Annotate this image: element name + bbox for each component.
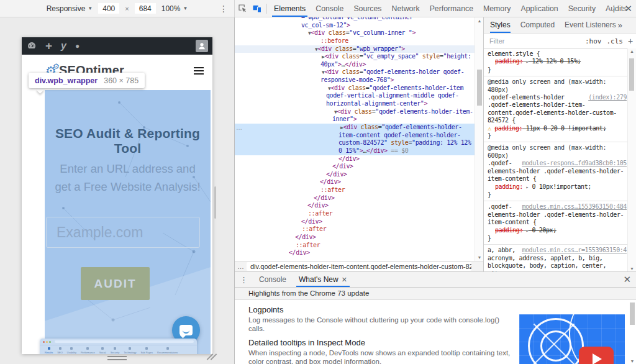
- styles-tab-styles[interactable]: Styles: [490, 17, 511, 33]
- scrollbar-thumb[interactable]: [630, 303, 635, 325]
- css-line[interactable]: }: [488, 191, 627, 199]
- device-toolbar-more-icon[interactable]: ⋮: [219, 4, 228, 14]
- css-line[interactable]: modules-respons…fd9ad38cb0:105.qodef-: [488, 160, 627, 167]
- dom-tree-line[interactable]: </div>: [235, 194, 475, 202]
- dom-tree-line[interactable]: ▼<div class="vc_column-inner ">: [235, 29, 475, 37]
- css-line[interactable]: (index):279.qodef-elements-holder: [488, 94, 627, 101]
- dom-tree-line[interactable]: ::before: [235, 37, 475, 45]
- tab-application[interactable]: Application: [516, 1, 563, 17]
- dom-tree-line[interactable]: </div>: [235, 171, 475, 179]
- dom-tree-line[interactable]: ▼<div class="qodef-elements-holder-item: [235, 84, 475, 93]
- devtools-close-icon[interactable]: ✕: [624, 3, 632, 14]
- dom-tree-line[interactable]: </div>: [235, 202, 475, 210]
- css-line[interactable]: content.qodef-elements-holder-custom-: [488, 109, 627, 117]
- dom-tree-line[interactable]: </div>: [235, 218, 475, 226]
- viewport-resize-handle[interactable]: [107, 356, 127, 362]
- tab-performance[interactable]: Performance: [425, 1, 478, 17]
- drawer-tab-what-s-new[interactable]: What's New✕: [293, 272, 353, 287]
- css-line[interactable]: modules.min.css…1553963150:484.qodef-: [488, 203, 627, 211]
- selected-node-gutter[interactable]: …: [236, 124, 242, 131]
- css-line[interactable]: 824572 {: [488, 117, 627, 124]
- dashboard-gauge-icon[interactable]: [27, 41, 37, 51]
- dom-tree-line[interactable]: </div>: [235, 249, 475, 257]
- dom-tree-line[interactable]: qodef-vertical-alignment-middle qodef-: [235, 92, 475, 100]
- viewport-height-input[interactable]: [135, 3, 156, 14]
- tab-close-icon[interactable]: ✕: [342, 272, 347, 287]
- css-line[interactable]: elements-holder .qodef-elements-holder-: [488, 211, 627, 219]
- dom-tree-line[interactable]: ::after: [235, 242, 475, 250]
- breadcrumb-current-node[interactable]: div.qodef-elements-holder-item-content.q…: [247, 262, 471, 271]
- styles-scrollbar[interactable]: ▲ ▼: [627, 48, 636, 271]
- css-line[interactable]: padding: ▸ 0 20px;: [488, 227, 627, 235]
- toggle-class-button[interactable]: .cls: [607, 37, 624, 45]
- hamburger-menu-icon[interactable]: [194, 67, 204, 76]
- stylesheet-link[interactable]: modules-respons…fd9ad38cb0:105: [522, 160, 627, 167]
- dom-tree-line[interactable]: ▼<div class="qodef-elements-holder-item-: [235, 108, 475, 116]
- dom-tree-line[interactable]: ▶<div class="qodef-elements-holder-: [235, 124, 475, 132]
- dom-tree-line[interactable]: inner">: [235, 116, 475, 124]
- tab-console[interactable]: Console: [311, 1, 348, 17]
- scroll-down-icon[interactable]: ▼: [475, 255, 484, 260]
- css-line[interactable]: blockquote, body, caption, center, cite,: [488, 262, 627, 271]
- dom-tree-line[interactable]: ▶<div class="vc_empty_space" style="heig…: [235, 53, 475, 61]
- drawer-close-icon[interactable]: ✕: [623, 274, 631, 285]
- css-line[interactable]: elements-holder .qodef-elements-holder-: [488, 168, 627, 175]
- dom-tree-line[interactable]: ::after: [235, 225, 475, 234]
- scroll-up-icon[interactable]: ▲: [628, 49, 636, 53]
- dom-tree-line[interactable]: ▼<div class="qodef-elements-holder qodef…: [235, 68, 475, 76]
- more-tabs-icon[interactable]: »: [618, 20, 622, 30]
- yoast-seo-icon[interactable]: y: [61, 41, 66, 51]
- dom-tree-line[interactable]: item-content qodef-elements-holder-: [235, 132, 475, 140]
- styles-filter-input[interactable]: [487, 36, 580, 46]
- dom-tree-line[interactable]: vc_col-sm-12">: [235, 22, 475, 30]
- tab-sources[interactable]: Sources: [348, 1, 386, 17]
- css-line[interactable]: ⚠ padding: 11px 0 20 0 !important;: [488, 125, 627, 132]
- dom-tree-line[interactable]: 40px">…</div>: [235, 61, 475, 69]
- css-line[interactable]: @media only screen and (max-width: 600px…: [488, 144, 627, 160]
- breadcrumb-ellipsis[interactable]: …: [237, 263, 244, 270]
- css-line[interactable]: }: [488, 132, 627, 140]
- url-input[interactable]: [46, 217, 200, 248]
- scroll-down-icon[interactable]: ▼: [628, 266, 636, 271]
- toggle-device-toolbar-icon[interactable]: [250, 1, 265, 17]
- scroll-up-icon[interactable]: ▲: [475, 19, 484, 23]
- dom-tree-line[interactable]: </div>: [235, 178, 475, 186]
- add-new-icon[interactable]: +: [45, 40, 52, 52]
- device-mode-select[interactable]: Responsive ▼: [47, 4, 93, 13]
- css-line[interactable]: item-content {: [488, 219, 627, 226]
- css-line[interactable]: item-content {: [488, 175, 627, 183]
- drawer-scrollbar[interactable]: ▼: [629, 301, 635, 363]
- new-style-rule-button[interactable]: +: [628, 36, 633, 46]
- stylesheet-link[interactable]: modules.min.css…r=1553963150:4: [522, 247, 627, 254]
- tab-memory[interactable]: Memory: [478, 1, 516, 17]
- inspect-element-icon[interactable]: [235, 1, 250, 17]
- dom-tree-line[interactable]: </div>: [235, 155, 475, 163]
- tab-network[interactable]: Network: [387, 1, 425, 17]
- styles-tab-computed[interactable]: Computed: [520, 17, 555, 33]
- viewport-width-input[interactable]: [98, 3, 119, 14]
- toggle-hover-state-button[interactable]: :hov: [585, 37, 602, 45]
- dom-tree-line[interactable]: 0 15%">…</div> == $0: [235, 147, 475, 155]
- drawer-tab-console[interactable]: Console: [253, 272, 293, 287]
- css-line[interactable]: }: [488, 66, 627, 74]
- scrollbar-thumb[interactable]: [629, 58, 634, 91]
- dom-tree-line[interactable]: horizontal-alignment-center">: [235, 100, 475, 108]
- dom-tree-line[interactable]: ::after: [235, 210, 475, 218]
- drawer-menu-icon[interactable]: ⋮: [235, 275, 253, 284]
- whats-new-video-thumbnail[interactable]: ne: [519, 314, 625, 364]
- dom-tree-line[interactable]: responsive-mode-768">: [235, 76, 475, 84]
- page-scrollbar[interactable]: [214, 186, 216, 219]
- css-line[interactable]: modules.min.css…r=1553963150:4a, abbr,: [488, 247, 627, 254]
- css-line[interactable]: @media only screen and (max-width: 480px…: [488, 78, 627, 94]
- whats-new-item-title[interactable]: Logpoints: [248, 305, 636, 314]
- stylesheet-link[interactable]: modules.min.css…1553963150:484: [522, 203, 627, 211]
- dom-tree-line[interactable]: custom-824572" style="padding: 12% 12%: [235, 139, 475, 147]
- profile-avatar[interactable]: [196, 40, 208, 52]
- viewport-corner-resize-handle[interactable]: [209, 353, 219, 363]
- scrollbar-thumb[interactable]: [477, 70, 482, 106]
- audit-button[interactable]: AUDIT: [81, 267, 150, 300]
- dom-tree-line[interactable]: </div>: [235, 163, 475, 171]
- tab-elements[interactable]: Elements: [269, 1, 311, 17]
- styles-tab-event-listeners[interactable]: Event Listeners: [565, 17, 616, 33]
- stylesheet-link[interactable]: (index):279: [588, 94, 627, 101]
